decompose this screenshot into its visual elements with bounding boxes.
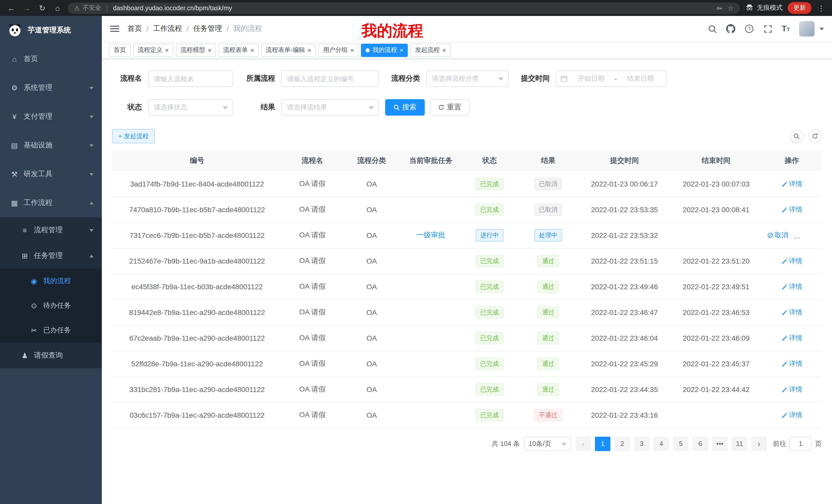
- sidebar-item-dev-tools[interactable]: ⚒ 研发工具: [0, 160, 102, 189]
- tab[interactable]: 流程表单 ×: [218, 44, 259, 57]
- breadcrumb-workflow[interactable]: 工作流程: [153, 24, 182, 33]
- tab-close-icon[interactable]: ×: [442, 47, 446, 53]
- tab-close-icon[interactable]: ×: [308, 47, 311, 53]
- detail-link[interactable]: 详情: [781, 385, 802, 394]
- sidebar-item-workflow[interactable]: ▦ 工作流程: [0, 189, 102, 217]
- tab-close-icon[interactable]: ×: [165, 47, 169, 53]
- cell-result: 处理中: [518, 222, 578, 248]
- refresh-table-button[interactable]: [808, 130, 822, 143]
- tab[interactable]: 我的流程 ×: [361, 44, 408, 57]
- sidebar-item-infrastructure[interactable]: ▤ 基础设施: [0, 131, 102, 160]
- next-page-button[interactable]: ›: [751, 437, 767, 451]
- browser-forward-icon[interactable]: →: [22, 4, 32, 12]
- url-text[interactable]: dashboard.yudao.iocoder.cn/bpm/task/my: [113, 4, 232, 11]
- tab-close-icon[interactable]: ×: [208, 47, 211, 53]
- page-size-select[interactable]: 10条/页: [524, 437, 571, 451]
- page-number-button[interactable]: •••: [712, 437, 728, 451]
- page-number-button[interactable]: 1: [595, 437, 610, 451]
- process-name-input[interactable]: [148, 71, 233, 87]
- browser-home-icon[interactable]: ⌂: [52, 4, 63, 12]
- detail-link[interactable]: 详情: [781, 411, 802, 420]
- cell-actions: 取消 详情: [762, 197, 822, 222]
- goto-page-input[interactable]: [789, 437, 812, 451]
- sidebar-item-home[interactable]: ⌂ 首页: [0, 45, 102, 74]
- status-badge: 已完成: [476, 383, 503, 396]
- breadcrumb-home[interactable]: 首页: [128, 24, 142, 33]
- help-icon[interactable]: ?: [745, 24, 754, 33]
- avatar-dropdown-caret-icon[interactable]: [820, 27, 824, 30]
- sidebar-item-system-management[interactable]: ⚙ 系统管理: [0, 74, 102, 102]
- tab[interactable]: 流程定义 ×: [133, 44, 173, 57]
- date-range-picker[interactable]: 开始日期 - 结束日期: [556, 71, 667, 87]
- tab-close-icon[interactable]: ×: [399, 47, 403, 53]
- sidebar-item-leave-query[interactable]: ♟ 请假查询: [0, 343, 102, 368]
- detail-link[interactable]: 详情: [781, 333, 802, 343]
- browser-reload-icon[interactable]: ↻: [37, 3, 47, 12]
- page-number-button[interactable]: 3: [634, 437, 649, 451]
- process-category-select[interactable]: 请选择流程分类: [426, 71, 509, 87]
- detail-link[interactable]: 详情: [781, 282, 802, 291]
- password-key-icon[interactable]: [715, 3, 724, 12]
- cell-category: OA: [343, 274, 400, 300]
- sidebar-toggle-icon[interactable]: [110, 26, 119, 32]
- page-number-button[interactable]: 6: [693, 437, 708, 451]
- cell-status: 已完成: [461, 274, 518, 300]
- sidebar-item-payment-management[interactable]: ¥ 支付管理: [0, 102, 102, 131]
- status-badge: 已完成: [476, 203, 503, 216]
- tab-close-icon[interactable]: ×: [350, 47, 354, 53]
- detail-link[interactable]: 详情: [781, 205, 802, 214]
- sidebar-item-done-tasks[interactable]: ✂ 已办任务: [0, 318, 102, 343]
- detail-link[interactable]: 详情: [781, 179, 802, 189]
- tab-close-icon[interactable]: ×: [251, 47, 254, 53]
- prev-page-button[interactable]: ‹: [575, 437, 591, 451]
- tab[interactable]: 流程模型 ×: [176, 44, 216, 57]
- sidebar-item-my-process[interactable]: ◉ 我的流程: [0, 269, 102, 293]
- workflow-submenu: ≡ 流程管理 ⊞ 任务管理 ◉ 我的流程: [0, 217, 102, 368]
- avatar[interactable]: [799, 21, 814, 36]
- browser-back-icon[interactable]: ←: [6, 4, 17, 12]
- security-label[interactable]: 不安全: [83, 4, 101, 12]
- detail-link[interactable]: 详情: [796, 231, 817, 240]
- detail-link[interactable]: 详情: [781, 256, 802, 265]
- sidebar-item-task-management[interactable]: ⊞ 任务管理: [0, 243, 102, 269]
- cancel-link[interactable]: 取消: [767, 231, 788, 240]
- cell-status: 已完成: [461, 171, 518, 197]
- tab[interactable]: 发起流程 ×: [410, 44, 450, 57]
- page-number-button[interactable]: 5: [673, 437, 688, 451]
- search-button[interactable]: 搜索: [385, 99, 425, 116]
- cell-end-time: 2022-01-22 23:51:20: [670, 248, 762, 274]
- start-date-placeholder[interactable]: 开始日期: [570, 74, 613, 83]
- tab[interactable]: 流程表单-编辑 ×: [261, 44, 316, 57]
- reset-button[interactable]: 重置: [430, 99, 469, 116]
- tab[interactable]: 首页 ×: [109, 44, 131, 57]
- breadcrumb-task-management[interactable]: 任务管理: [193, 24, 222, 33]
- browser-update-button[interactable]: 更新: [788, 2, 811, 14]
- tab-active-dot: [366, 48, 370, 52]
- browser-menu-icon[interactable]: ⋮: [816, 4, 826, 12]
- status-select[interactable]: 请选择状态: [148, 99, 233, 116]
- toggle-search-button[interactable]: [790, 130, 803, 143]
- start-process-button[interactable]: + 发起流程: [112, 129, 155, 143]
- owner-process-input[interactable]: [281, 71, 379, 87]
- page-number-button[interactable]: 4: [654, 437, 669, 451]
- detail-link[interactable]: 详情: [781, 308, 802, 317]
- sidebar-item-process-management[interactable]: ≡ 流程管理: [0, 217, 102, 243]
- cell-process-name: OA 请假: [282, 402, 343, 428]
- page-number-button[interactable]: 2: [615, 437, 630, 451]
- font-size-icon[interactable]: TT: [782, 24, 790, 33]
- detail-link[interactable]: 详情: [781, 359, 802, 368]
- search-icon[interactable]: [707, 24, 717, 33]
- sidebar-item-todo-tasks[interactable]: ⊙ 待办任务: [0, 293, 102, 318]
- github-icon[interactable]: [726, 24, 735, 33]
- end-date-placeholder[interactable]: 结束日期: [619, 74, 662, 83]
- tab[interactable]: 用户分组 ×: [318, 44, 358, 57]
- bookmark-star-icon[interactable]: ☆: [727, 4, 734, 12]
- fullscreen-icon[interactable]: [763, 24, 772, 33]
- address-bar[interactable]: ⚠ 不安全 dashboard.yudao.iocoder.cn/bpm/tas…: [68, 2, 740, 13]
- chevron-down-icon: [562, 443, 567, 446]
- current-task-link[interactable]: 一级审批: [417, 231, 445, 239]
- page-number-button[interactable]: 11: [732, 437, 747, 451]
- chevron-down-icon: [89, 173, 94, 175]
- cell-result: 通过: [518, 325, 578, 351]
- result-select[interactable]: 请选择流结果: [281, 99, 379, 116]
